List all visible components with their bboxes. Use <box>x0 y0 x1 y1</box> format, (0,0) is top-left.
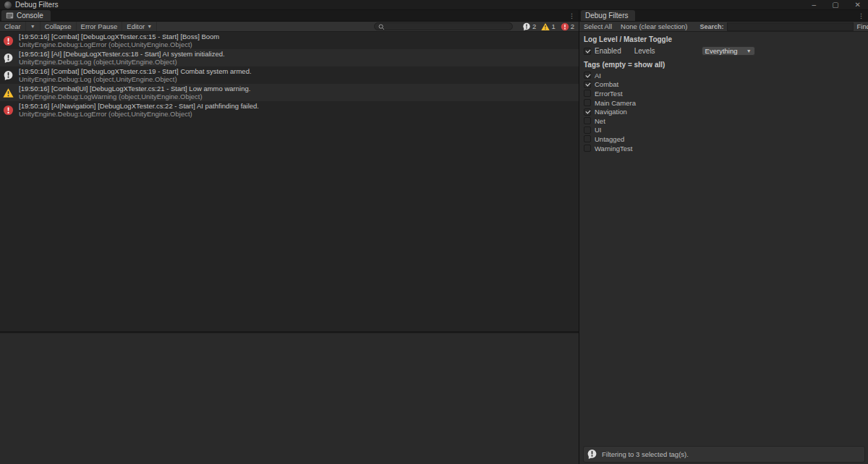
console-count-badges: 2 1 2 <box>513 22 579 31</box>
log-entry[interactable]: [19:50:16] [Combat] [DebugLogXTester.cs:… <box>0 32 579 49</box>
log-entry[interactable]: [19:50:16] [AI|Navigation] [DebugLogXTes… <box>0 101 579 119</box>
tag-label: ErrorTest <box>595 90 623 98</box>
info-count: 2 <box>532 22 536 30</box>
error-count-toggle[interactable]: 2 <box>561 22 574 31</box>
tag-label: UI <box>595 126 602 134</box>
filters-tabbar: Debug Filters ⋮ <box>579 10 868 22</box>
log-entry[interactable]: [19:50:16] [AI] [DebugLogXTester.cs:18 -… <box>0 49 579 66</box>
search-icon <box>378 23 385 30</box>
tag-checkbox[interactable] <box>584 81 591 88</box>
enabled-checkbox[interactable] <box>584 48 591 55</box>
tag-row[interactable]: ErrorTest <box>584 89 864 98</box>
levels-dropdown[interactable]: Everything ▼ <box>702 46 755 56</box>
error-pause-button[interactable]: Error Pause <box>77 22 123 31</box>
filters-menu-icon[interactable]: ⋮ <box>858 12 864 20</box>
tag-row[interactable]: AI <box>584 71 864 80</box>
find-button[interactable]: Find <box>854 22 868 30</box>
log-entry[interactable]: [19:50:16] [Combat|UI] [DebugLogXTester.… <box>0 84 579 101</box>
select-all-button[interactable]: Select All <box>579 22 616 31</box>
filter-status-helpbox: Filtering to 3 selected tag(s). <box>583 446 865 463</box>
tag-checkbox[interactable] <box>584 117 591 124</box>
tag-checkbox[interactable] <box>584 99 591 106</box>
tag-label: Navigation <box>595 108 627 116</box>
log-message: [19:50:16] [Combat] [DebugLogXTester.cs:… <box>19 33 219 40</box>
tag-row[interactable]: WarningTest <box>584 144 864 153</box>
tag-checkbox[interactable] <box>584 145 591 152</box>
tag-row[interactable]: Main Camera <box>584 98 864 108</box>
console-search-input[interactable] <box>387 23 509 30</box>
filter-status-text: Filtering to 3 selected tag(s). <box>602 450 689 458</box>
filters-search-input[interactable] <box>728 24 853 31</box>
tag-checkbox[interactable] <box>584 108 591 116</box>
tags-header: Tags (empty = show all) <box>584 61 864 69</box>
console-icon <box>6 12 14 20</box>
console-log-list: [19:50:16] [Combat] [DebugLogXTester.cs:… <box>0 32 579 331</box>
log-level-header: Log Level / Master Toggle <box>584 35 864 43</box>
warning-count-toggle[interactable]: 1 <box>541 22 555 31</box>
tag-label: Main Camera <box>595 99 636 107</box>
editor-dropdown-button[interactable]: Editor ▼ <box>122 22 157 31</box>
tag-label: Net <box>595 117 605 125</box>
console-detail-pane <box>0 333 579 464</box>
minimize-button[interactable]: – <box>812 1 817 9</box>
tag-row[interactable]: Untagged <box>584 134 864 144</box>
info-icon <box>522 22 531 31</box>
error-icon <box>3 35 14 46</box>
console-panel: Console ⋮ Clear ▼ Collapse Error Pause E… <box>0 10 579 464</box>
error-icon <box>3 105 14 116</box>
tag-row[interactable]: Combat <box>584 80 864 90</box>
log-stacktrace: UnityEngine.Debug:Log (object,UnityEngin… <box>19 58 225 66</box>
tag-row[interactable]: Navigation <box>584 107 864 116</box>
levels-dropdown-value: Everything <box>705 47 738 55</box>
chevron-down-icon: ▼ <box>30 24 35 29</box>
console-search-field[interactable] <box>374 22 513 30</box>
tag-checkbox[interactable] <box>584 135 591 142</box>
console-menu-icon[interactable]: ⋮ <box>569 12 575 20</box>
tag-row[interactable]: UI <box>584 126 864 135</box>
tab-debug-filters-label: Debug Filters <box>585 12 628 20</box>
tab-console[interactable]: Console <box>1 10 51 21</box>
warning-icon <box>541 22 550 31</box>
tab-debug-filters[interactable]: Debug Filters <box>581 10 635 21</box>
log-stacktrace: UnityEngine.Debug:LogError (object,Unity… <box>19 40 219 48</box>
info-icon <box>3 70 14 81</box>
info-icon <box>587 449 597 460</box>
search-label: Search: <box>699 23 726 30</box>
log-stacktrace: UnityEngine.Debug:Log (object,UnityEngin… <box>19 75 252 83</box>
close-button[interactable]: ✕ <box>855 1 861 9</box>
log-message: [19:50:16] [AI] [DebugLogXTester.cs:18 -… <box>19 50 225 58</box>
console-tabbar: Console ⋮ <box>0 10 579 22</box>
chevron-down-icon: ▼ <box>147 24 152 29</box>
maximize-button[interactable]: ▢ <box>832 1 838 9</box>
filters-content: Log Level / Master Toggle Enabled Levels… <box>579 32 868 464</box>
window-title: Debug Filters <box>15 1 812 9</box>
error-icon <box>561 22 569 31</box>
clear-button[interactable]: Clear <box>0 22 26 31</box>
clear-dropdown-button[interactable]: ▼ <box>26 22 41 31</box>
tag-row[interactable]: Net <box>584 116 864 126</box>
window-titlebar: Debug Filters – ▢ ✕ <box>0 0 868 10</box>
none-clear-selection-button[interactable]: None (clear selection) <box>616 22 692 31</box>
tag-checkbox[interactable] <box>584 72 591 79</box>
console-toolbar: Clear ▼ Collapse Error Pause Editor ▼ <box>0 22 579 32</box>
tag-label: Untagged <box>595 135 624 143</box>
log-entry[interactable]: [19:50:16] [Combat] [DebugLogXTester.cs:… <box>0 66 579 84</box>
debug-filters-panel: Debug Filters ⋮ Select All None (clear s… <box>579 10 868 464</box>
tag-label: Combat <box>595 80 618 88</box>
log-message: [19:50:16] [Combat|UI] [DebugLogXTester.… <box>19 85 250 93</box>
levels-label: Levels <box>634 47 655 55</box>
unity-logo-icon <box>4 1 12 9</box>
filters-toolbar: Select All None (clear selection) Search… <box>579 22 868 32</box>
info-count-toggle[interactable]: 2 <box>522 22 536 31</box>
error-count: 2 <box>571 22 574 30</box>
chevron-down-icon: ▼ <box>746 48 752 53</box>
tag-label: WarningTest <box>595 145 632 152</box>
warning-count: 1 <box>551 22 555 30</box>
tag-checkbox[interactable] <box>584 90 591 97</box>
tag-checkbox[interactable] <box>584 126 591 134</box>
log-stacktrace: UnityEngine.Debug:LogWarning (object,Uni… <box>19 93 250 100</box>
filters-search-field[interactable] <box>727 22 854 31</box>
log-stacktrace: UnityEngine.Debug:LogError (object,Unity… <box>19 110 259 118</box>
log-message: [19:50:16] [Combat] [DebugLogXTester.cs:… <box>19 67 252 75</box>
collapse-button[interactable]: Collapse <box>41 22 77 31</box>
